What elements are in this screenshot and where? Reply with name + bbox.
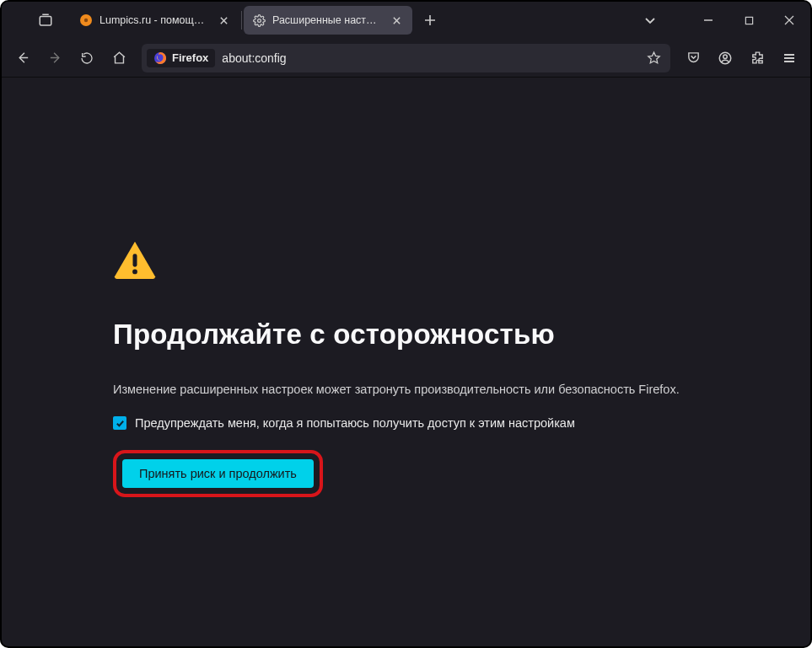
maximize-button[interactable] <box>729 2 768 39</box>
svg-point-3 <box>257 19 261 22</box>
back-button[interactable] <box>8 44 37 72</box>
warning-title: Продолжайте с осторожностью <box>113 319 737 351</box>
accept-risk-button[interactable]: Принять риск и продолжить <box>122 459 314 488</box>
annotation-highlight: Принять риск и продолжить <box>113 450 323 497</box>
titlebar: Lumpics.ru - помощь с компьютерами Расши… <box>2 2 810 39</box>
warning-description: Изменение расширенных настроек может зат… <box>113 381 737 398</box>
svg-rect-8 <box>132 254 137 266</box>
reload-button[interactable] <box>73 44 101 72</box>
svg-rect-4 <box>745 17 752 24</box>
tab-label: Расширенные настройки <box>272 14 382 26</box>
tab-label: Lumpics.ru - помощь с компьютерами <box>99 14 209 26</box>
tab-overview-icon[interactable] <box>32 7 59 34</box>
nav-toolbar: Firefox about:config <box>2 39 810 78</box>
page-content: Продолжайте с осторожностью Изменение ра… <box>3 79 809 645</box>
checkbox-label: Предупреждать меня, когда я попытаюсь по… <box>135 416 575 430</box>
window-controls <box>689 2 809 39</box>
close-icon[interactable] <box>389 13 404 28</box>
tab-about-config[interactable]: Расширенные настройки <box>244 6 412 35</box>
account-button[interactable] <box>711 44 739 72</box>
url-bar[interactable]: Firefox about:config <box>142 44 670 72</box>
url-text: about:config <box>222 51 642 65</box>
identity-label: Firefox <box>172 51 208 64</box>
home-button[interactable] <box>105 44 133 72</box>
firefox-icon <box>153 51 167 65</box>
favicon-lumpics-icon <box>79 13 93 27</box>
warning-triangle-icon <box>113 239 737 280</box>
close-icon[interactable] <box>216 13 231 28</box>
bookmark-star-icon[interactable] <box>642 46 665 70</box>
minimize-button[interactable] <box>689 2 728 39</box>
tab-strip: Lumpics.ru - помощь с компьютерами Расши… <box>71 2 443 39</box>
new-tab-button[interactable] <box>417 8 443 33</box>
svg-point-2 <box>84 19 88 22</box>
svg-point-7 <box>723 54 728 58</box>
forward-button[interactable] <box>40 44 69 72</box>
gear-icon <box>252 13 266 27</box>
extensions-button[interactable] <box>743 44 772 72</box>
warning-checkbox-row[interactable]: Предупреждать меня, когда я попытаюсь по… <box>113 416 737 430</box>
tab-lumpics[interactable]: Lumpics.ru - помощь с компьютерами <box>71 6 239 35</box>
app-menu-button[interactable] <box>775 44 804 72</box>
close-window-button[interactable] <box>770 2 809 39</box>
tab-separator <box>241 11 242 29</box>
svg-rect-0 <box>40 17 51 26</box>
warning-container: Продолжайте с осторожностью Изменение ра… <box>113 239 737 497</box>
pocket-button[interactable] <box>679 44 707 72</box>
svg-point-9 <box>132 270 137 275</box>
identity-box[interactable]: Firefox <box>147 49 215 67</box>
checkbox-checked-icon[interactable] <box>113 416 126 430</box>
list-all-tabs-button[interactable] <box>635 5 665 35</box>
browser-window: Lumpics.ru - помощь с компьютерами Расши… <box>0 0 812 648</box>
